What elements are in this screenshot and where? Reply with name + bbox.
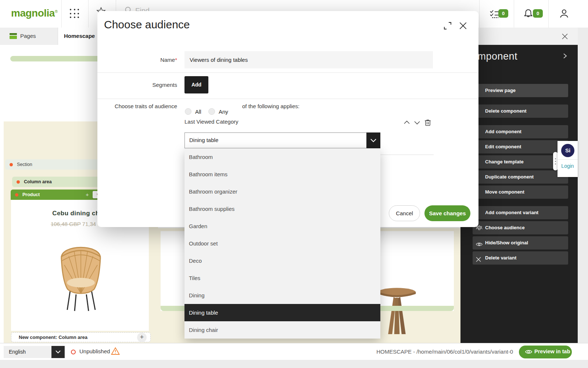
new-component-dropzone[interactable]: New component: Column area +	[11, 332, 151, 342]
panel-item-label: Add component variant	[485, 210, 538, 215]
panel-menu-group: Add component variantChoose audienceHide…	[473, 206, 568, 265]
panel-item-label: Delete component	[485, 108, 527, 114]
dropdown-option[interactable]: Dining chair	[184, 321, 380, 339]
panel-item-label: Move component	[485, 189, 524, 195]
component-marker-dot	[10, 163, 13, 166]
radio-any[interactable]	[208, 108, 215, 115]
close-dialog-icon[interactable]	[458, 21, 468, 32]
panel-menu: Preview pageDelete componentAdd componen…	[473, 84, 568, 265]
category-dropdown-list: BathroomBathroom itemsBathroom organizer…	[184, 148, 380, 339]
divider	[479, 0, 480, 28]
panel-item-label: Hide/Show original	[485, 240, 528, 245]
panel-item-delete-variant[interactable]: Delete variant	[473, 251, 568, 265]
status-bar: English Unpublished HOMESCAPE - /home/ma…	[0, 343, 588, 360]
bottom-edge-strip	[0, 360, 588, 368]
login-link[interactable]: Login	[557, 163, 578, 169]
dropdown-option[interactable]: Bathroom	[184, 148, 380, 166]
panel-item-label: Choose audience	[485, 225, 525, 230]
radio-all[interactable]	[185, 108, 191, 115]
move-rule-up-icon[interactable]	[404, 120, 410, 127]
panel-item-add-component[interactable]: Add component	[473, 125, 568, 138]
avatar[interactable]: Si	[561, 144, 574, 157]
panel-item-add-component-variant[interactable]: Add component variant	[473, 206, 568, 219]
expand-dialog-icon[interactable]	[443, 21, 452, 32]
dialog-title: Choose audience	[104, 18, 190, 31]
name-field-label: Name*	[97, 57, 177, 63]
cancel-button[interactable]: Cancel	[389, 205, 420, 221]
panel-item-label: Change template	[485, 159, 524, 164]
component-marker-dot	[15, 193, 18, 197]
radio-any-label: Any	[219, 109, 228, 115]
magnolia-logo: magnolia®	[11, 7, 58, 19]
panel-item-duplicate-component[interactable]: Duplicate component	[473, 170, 568, 184]
required-marker: *	[175, 57, 177, 63]
unpublished-status-icon	[71, 350, 76, 354]
add-segment-button[interactable]: Add	[184, 76, 208, 93]
dropdown-option[interactable]: Bathroom items	[184, 166, 380, 183]
registered-mark: ®	[55, 9, 58, 14]
warning-triangle-icon	[111, 347, 120, 357]
panel-item-hide-show-original[interactable]: Hide/Show original	[473, 236, 568, 250]
notifications-bell-icon[interactable]	[523, 8, 533, 20]
add-component-plus-icon[interactable]: +	[137, 333, 147, 342]
language-chevron-down-icon[interactable]	[51, 346, 65, 358]
preview-in-tab-label: Preview in tab	[534, 348, 570, 354]
panel-item-move-component[interactable]: Move component	[473, 185, 568, 199]
rule-title: Last Viewed Category	[184, 118, 238, 125]
divider	[557, 159, 578, 160]
divider	[97, 72, 478, 73]
panel-item-preview-page[interactable]: Preview page	[473, 84, 568, 97]
dropdown-option[interactable]: Deco	[184, 252, 380, 269]
move-rule-down-icon[interactable]	[414, 120, 420, 127]
pages-app-icon	[10, 33, 17, 39]
chevron-down-icon[interactable]	[366, 132, 380, 148]
login-widget: Si Login	[557, 141, 578, 177]
page-path: HOMESCAPE - /home/main/06/col1/0/variant…	[368, 348, 513, 355]
panel-item-edit-component[interactable]: Edit component	[473, 140, 568, 153]
radio-all-label: All	[195, 109, 201, 115]
dropdown-option[interactable]: Bathroom supplies	[184, 200, 380, 217]
divider	[514, 0, 514, 28]
tasks-icon[interactable]	[490, 9, 499, 20]
operator-field-underline	[380, 155, 434, 155]
component-edit-icon[interactable]: +	[86, 191, 89, 198]
delete-rule-trash-icon[interactable]	[424, 119, 431, 128]
app-launcher-icon[interactable]	[70, 9, 80, 19]
traits-label: Choose traits of audience	[97, 103, 177, 109]
panel-menu-group: Preview page	[473, 84, 568, 97]
panel-item-delete-component[interactable]: Delete component	[473, 105, 568, 118]
save-changes-button[interactable]: Save changes	[424, 205, 470, 221]
section-label: Section	[17, 162, 32, 167]
component-marker-dot	[17, 180, 20, 184]
tab-homescape-label: Homescape	[64, 33, 95, 39]
publication-status: Unpublished	[79, 348, 110, 354]
notifications-badge: 0	[533, 9, 543, 18]
table-product-image	[377, 285, 417, 338]
tasks-badge: 0	[498, 9, 508, 18]
language-select[interactable]: English	[4, 346, 51, 358]
panel-item-label: Delete variant	[485, 255, 516, 261]
divider	[88, 0, 89, 28]
dropdown-option[interactable]: Dining table	[184, 304, 380, 321]
dropdown-option[interactable]: Dining	[184, 287, 380, 304]
product-label: Product	[22, 192, 40, 197]
name-input[interactable]	[184, 51, 433, 68]
column-area-label: Column area	[24, 179, 52, 184]
dropdown-option[interactable]: Outdoor set	[184, 235, 380, 252]
panel-menu-group: Delete component	[473, 105, 568, 118]
tab-pages[interactable]: Pages	[0, 28, 58, 45]
divider	[97, 99, 478, 99]
category-select[interactable]: Dining table	[184, 132, 380, 148]
dropdown-option[interactable]: Tiles	[184, 269, 380, 287]
chevron-right-icon[interactable]	[562, 53, 567, 60]
panel-item-choose-audience[interactable]: Choose audience	[473, 221, 568, 234]
tab-homescape[interactable]: Homescape	[58, 28, 98, 45]
new-component-label: New component: Column area	[19, 335, 87, 340]
panel-item-label: Add component	[485, 129, 521, 134]
user-account-icon[interactable]	[559, 8, 569, 20]
close-icon[interactable]	[561, 33, 569, 42]
dropdown-option[interactable]: Garden	[184, 217, 380, 235]
preview-in-tab-button[interactable]: Preview in tab	[519, 346, 572, 358]
dropdown-option[interactable]: Bathroom organizer	[184, 183, 380, 200]
chair-product-image	[53, 238, 108, 312]
